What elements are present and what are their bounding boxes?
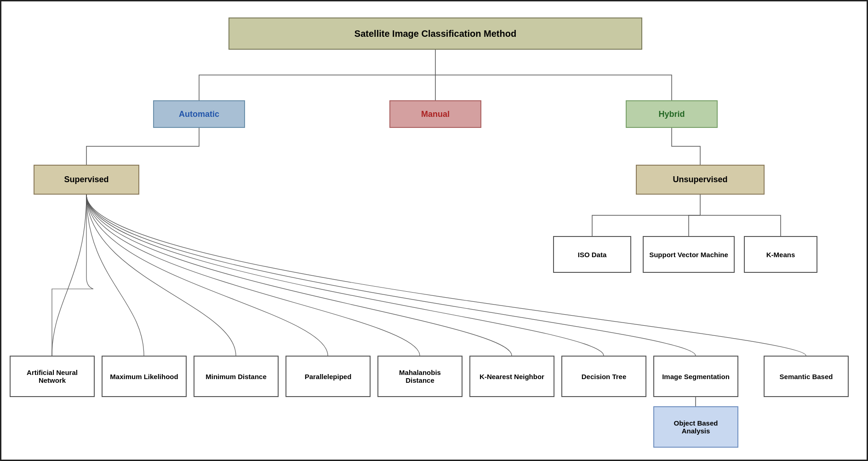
decisiontree-label: Decision Tree <box>582 373 627 380</box>
semanticbased-node: Semantic Based <box>764 356 849 397</box>
svm-node: Support Vector Machine <box>643 236 735 273</box>
maxlikelihood-node: Maximum Likelihood <box>102 356 187 397</box>
hybrid-label: Hybrid <box>658 109 685 119</box>
supervised-node: Supervised <box>34 165 139 195</box>
mahalanobis-node: Mahalanobis Distance <box>377 356 463 397</box>
ann-node: Artificial Neural Network <box>10 356 95 397</box>
mahalanobis-label: Mahalanobis Distance <box>384 369 456 384</box>
kmeans-label: K-Means <box>766 251 795 259</box>
svm-label: Support Vector Machine <box>649 251 728 259</box>
kmeans-node: K-Means <box>744 236 817 273</box>
semanticbased-label: Semantic Based <box>780 373 833 380</box>
root-node: Satellite Image Classification Method <box>228 17 642 50</box>
parallelepiped-node: Parallelepiped <box>286 356 371 397</box>
automatic-node: Automatic <box>153 100 245 128</box>
imageseg-node: Image Segmentation <box>653 356 738 397</box>
hybrid-node: Hybrid <box>626 100 718 128</box>
knn-node: K-Nearest Neighbor <box>469 356 554 397</box>
unsupervised-node: Unsupervised <box>636 165 765 195</box>
root-label: Satellite Image Classification Method <box>354 29 516 39</box>
manual-label: Manual <box>421 109 450 119</box>
automatic-label: Automatic <box>179 109 219 119</box>
supervised-label: Supervised <box>64 175 108 184</box>
decisiontree-node: Decision Tree <box>561 356 646 397</box>
objectbased-node: Object Based Analysis <box>653 406 738 448</box>
isodata-node: ISO Data <box>553 236 631 273</box>
mindist-node: Minimum Distance <box>194 356 279 397</box>
parallelepiped-label: Parallelepiped <box>305 373 352 380</box>
objectbased-label: Object Based Analysis <box>660 419 732 435</box>
diagram-container: Satellite Image Classification Method Au… <box>0 0 868 461</box>
manual-node: Manual <box>389 100 481 128</box>
isodata-label: ISO Data <box>578 251 607 259</box>
imageseg-label: Image Segmentation <box>662 373 730 380</box>
knn-label: K-Nearest Neighbor <box>480 373 544 380</box>
mindist-label: Minimum Distance <box>206 373 267 380</box>
ann-label: Artificial Neural Network <box>16 369 88 384</box>
maxlikelihood-label: Maximum Likelihood <box>110 373 178 380</box>
unsupervised-label: Unsupervised <box>673 175 727 184</box>
